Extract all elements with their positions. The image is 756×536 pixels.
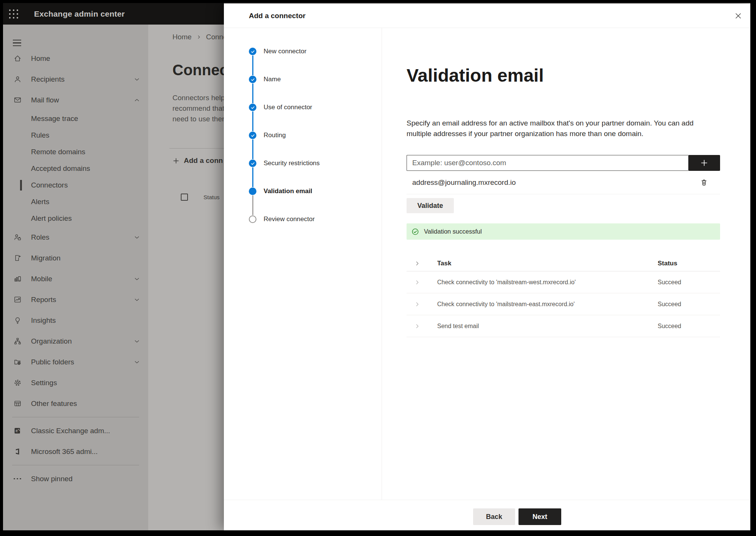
app-launcher-icon[interactable] [9,9,19,19]
wizard-steps: New connector Name Use of connector Rout… [224,28,382,500]
panel-title: Add a connector [249,12,306,20]
status-cell: Succeed [658,301,681,308]
sidebar-divider [12,417,139,417]
sidebar-item-migration[interactable]: Migration [3,248,148,268]
banner-message: Validation successful [424,228,482,235]
back-button[interactable]: Back [473,508,515,525]
sidebar-item-organization[interactable]: Organization [3,331,148,352]
sidebar-item-accepted-domains[interactable]: Accepted domains [3,160,148,177]
breadcrumb: Home Conne [172,33,224,41]
step-security-restrictions[interactable]: Security restrictions [224,156,382,171]
table-grid-icon [13,399,22,408]
step-validation-email[interactable]: Validation email [224,184,382,199]
screen: Exchange admin center Home Recipients Ma… [0,0,756,536]
step-todo-icon [249,215,256,223]
sidebar-item-other-features[interactable]: Other features [3,393,148,414]
sidebar-item-insights[interactable]: Insights [3,310,148,331]
step-use-of-connector[interactable]: Use of connector [224,100,382,115]
sidebar-item-connectors[interactable]: Connectors [3,177,148,194]
success-check-icon [411,228,419,235]
app-title: Exchange admin center [34,9,125,19]
task-cell: Send test email [437,323,479,330]
table-header-row: Task Status [407,256,720,271]
roles-icon [13,233,22,242]
sidebar-item-show-pinned[interactable]: Show pinned [3,468,148,489]
toolbar-divider [169,148,224,149]
trash-icon [700,178,708,186]
address-list-item: address@journaling.mxrecord.io [407,171,720,194]
home-icon [13,54,22,63]
sidebar-item-public-folders[interactable]: Public folders [3,352,148,372]
sidebar-nav: Home Recipients Mail flow Message trace … [3,48,148,489]
add-address-button[interactable] [688,155,720,171]
person-icon [13,75,22,84]
sidebar-item-home[interactable]: Home [3,48,148,69]
page-title: Connec [172,62,224,79]
address-value: address@journaling.mxrecord.io [412,178,516,187]
sidebar-item-mail-flow[interactable]: Mail flow [3,90,148,110]
close-icon [734,12,742,20]
chevron-down-icon [134,234,140,240]
sidebar-item-recipients[interactable]: Recipients [3,69,148,90]
task-cell: Check connectivity to 'mailstream-east.m… [437,301,575,308]
hamburger-menu-icon[interactable] [13,40,21,48]
sidebar-item-mobile[interactable]: Mobile [3,268,148,289]
migration-icon [13,254,22,263]
chevron-down-icon [134,359,140,365]
sidebar-item-alerts[interactable]: Alerts [3,194,148,210]
validate-button[interactable]: Validate [407,198,454,213]
plus-icon [172,157,180,164]
sidebar-item-m365-admin[interactable]: Microsoft 365 admi... [3,441,148,462]
step-done-icon [249,160,256,167]
sidebar-item-alert-policies[interactable]: Alert policies [3,210,148,227]
exchange-logo-icon: E [13,426,22,435]
step-current-icon [249,187,256,195]
add-connector-panel: Add a connector New connector Name [224,4,750,530]
panel-footer: Back Next [224,500,750,530]
step-done-icon [249,48,256,55]
status-column-header: Status [203,194,220,200]
step-done-icon [249,76,256,83]
panel-header: Add a connector [224,4,750,28]
sidebar-item-settings[interactable]: Settings [3,372,148,393]
next-button[interactable]: Next [518,508,561,525]
step-routing[interactable]: Routing [224,128,382,143]
select-all-checkbox[interactable] [181,194,188,201]
plus-icon [700,159,708,167]
email-input[interactable] [407,155,688,171]
ellipsis-icon [13,474,22,483]
sidebar-item-rules[interactable]: Rules [3,127,148,144]
step-name[interactable]: Name [224,72,382,87]
step-heading: Validation email [407,65,544,86]
expand-row-icon[interactable] [414,323,420,329]
chevron-down-icon [134,338,140,344]
status-cell: Succeed [658,279,681,286]
breadcrumb-chevron-icon [197,35,201,39]
sidebar: Home Recipients Mail flow Message trace … [3,25,148,530]
status-cell: Succeed [658,323,681,330]
background-page: Home Conne Connec Connectors help recomm… [148,25,224,530]
mail-icon [13,96,22,105]
breadcrumb-home[interactable]: Home [172,33,192,41]
chevron-down-icon [134,276,140,282]
sidebar-item-remote-domains[interactable]: Remote domains [3,144,148,160]
table-row: Check connectivity to 'mailstream-east.m… [407,293,720,315]
validation-success-banner: Validation successful [407,223,720,240]
table-row: Send test email Succeed [407,315,720,337]
chevron-right-icon[interactable] [414,260,420,266]
sidebar-item-reports[interactable]: Reports [3,289,148,310]
add-connector-button[interactable]: Add a conn [172,155,223,166]
close-button[interactable] [731,9,745,23]
expand-row-icon[interactable] [414,279,420,285]
step-review-connector[interactable]: Review connector [224,212,382,227]
page-description: Connectors help recommend that need to u… [172,93,224,124]
sidebar-item-roles[interactable]: Roles [3,227,148,248]
expand-row-icon[interactable] [414,301,420,307]
line-chart-icon [13,295,22,304]
sidebar-item-message-trace[interactable]: Message trace [3,110,148,127]
sidebar-item-classic-exchange[interactable]: E Classic Exchange adm... [3,420,148,441]
breadcrumb-current: Conne [206,33,224,41]
validation-tasks-table: Task Status Check connectivity to 'mails… [407,256,720,337]
step-new-connector[interactable]: New connector [224,44,382,59]
delete-address-button[interactable] [700,178,708,186]
